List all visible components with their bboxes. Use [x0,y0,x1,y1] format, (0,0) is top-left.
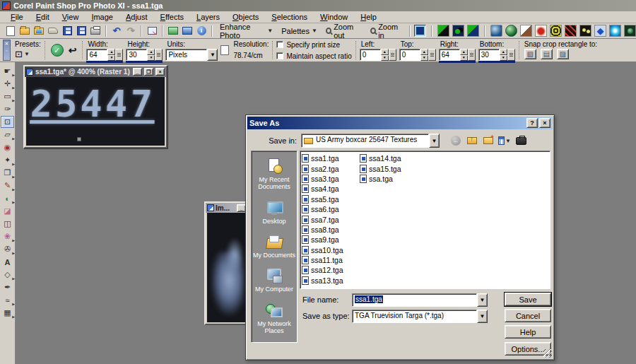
menu-view[interactable]: View [56,11,86,23]
file-list[interactable]: ssa1.tgassa2.tgassa3.tgassa4.tgassa5.tga… [300,151,550,289]
balls-of-steel-icon[interactable] [490,25,502,37]
dialog-titlebar[interactable]: Save As ? × [247,117,553,129]
place-my-network-places[interactable]: My Network Places [252,303,297,335]
menu-window[interactable]: Window [314,11,354,23]
bottom-spin-control[interactable]: 30▲▼ [478,49,515,61]
chevron-down-icon[interactable]: ▼ [24,51,30,57]
tool-preset-shape[interactable]: ◇▶ [1,269,14,281]
lights-icon[interactable] [579,25,591,37]
close-button[interactable]: × [155,68,165,76]
tool-move[interactable]: ✛▶ [1,78,14,90]
tool-makeover[interactable]: ✦▶ [1,154,14,166]
info-icon[interactable]: i [195,25,208,37]
spin-up-icon[interactable]: ▲ [381,49,389,55]
width-spin-control[interactable]: 64▲▼ [86,49,123,61]
tool-crop[interactable]: ⊡ [1,116,14,128]
height-value[interactable]: 30 [126,49,147,61]
file-item[interactable]: ssa6.tga [302,204,360,214]
new-folder-icon[interactable] [482,135,495,146]
menu-adjust[interactable]: Adjust [119,11,154,23]
save-as-icon[interactable] [75,25,88,37]
resize-icon[interactable] [146,25,158,37]
script-play-icon[interactable] [467,25,479,37]
script-record-icon[interactable] [452,25,464,37]
file-item[interactable]: ssa15.tga [360,163,401,173]
bottom-slider-button[interactable] [507,49,515,61]
save-in-dropdown[interactable]: US Army boxcar 25647 Textures ▼ [301,134,440,148]
units-dropdown[interactable]: Pixels ▼ [165,49,218,61]
sunburst-target-icon[interactable] [550,25,562,37]
bottom-spin-buttons[interactable]: ▲▼ [500,49,507,61]
print-icon[interactable] [89,25,102,37]
tool-selection[interactable]: ▭▶ [1,90,14,102]
script-play-green-icon[interactable] [437,25,449,37]
file-item[interactable]: ssa13.tga [302,276,360,286]
app-titlebar[interactable]: Corel Paint Shop Pro Photo XI - ssa1.tga [0,0,636,11]
maximize-button[interactable]: ❐ [144,68,153,76]
redo-icon[interactable]: ↷ [124,25,137,37]
file-item[interactable]: ssa10.tga [302,245,360,255]
menu-image[interactable]: Image [85,11,119,23]
globe-effect-icon[interactable] [505,25,517,37]
help-icon[interactable]: ? [526,118,538,128]
save-as-type-dropdown[interactable]: TGA Truevision Targa (*.tga) ▼ [352,310,488,323]
scan-icon[interactable] [47,25,59,37]
file-name-input[interactable]: ssa1.tga ▼ [352,293,488,307]
chevron-down-icon[interactable]: ▼ [207,49,218,61]
menu-help[interactable]: Help [354,11,383,23]
blue-gem-icon[interactable] [594,25,606,37]
spin-up-icon[interactable]: ▲ [460,49,468,55]
place-desktop[interactable]: Desktop [252,200,297,225]
top-value[interactable]: 0 [399,49,420,61]
width-value[interactable]: 64 [86,49,107,61]
view-menu-icon[interactable]: ▼ [498,135,511,146]
resize-grip[interactable] [543,349,552,358]
tool-red-eye[interactable]: ◉ [1,141,14,153]
zoom-in-button[interactable]: Zoom in [367,25,406,37]
width-slider-button[interactable] [115,49,123,61]
camera-effect-icon[interactable] [624,25,636,37]
tool-warp-brush[interactable]: ≈▶ [1,294,14,306]
snap-layer-opaque-icon[interactable]: ▧ [524,49,536,59]
snap-merged-opaque-icon[interactable]: ▤ [541,49,553,59]
new-image-icon[interactable] [4,25,17,37]
image-window[interactable]: ssa1.tga* @ 400% (Raster 1) _ ❐ × 25447 [23,65,167,148]
tool-pan[interactable]: ☛▶ [1,65,14,77]
preview-icon[interactable] [514,135,527,146]
page-curl-icon[interactable] [520,25,532,37]
tool-picture-tube[interactable]: ❀▶ [1,230,14,242]
background-image-window[interactable]: Im... _ [204,201,249,325]
open-icon[interactable] [18,25,31,37]
clear-crop-button[interactable]: ↩ [69,45,77,56]
file-item[interactable]: ssa7.tga [302,214,360,224]
tool-airbrush[interactable]: ✇▶ [1,243,14,255]
save-icon[interactable] [61,25,73,37]
cancel-button[interactable]: Cancel [505,309,551,322]
file-item[interactable]: ssa4.tga [302,184,360,194]
zoom-preview-icon[interactable] [414,25,426,37]
crop-preset-icon[interactable]: ⊡ [15,49,23,59]
photo-share-icon[interactable] [167,25,179,37]
file-item[interactable]: ssa5.tga [302,194,360,204]
spin-up-icon[interactable]: ▲ [420,49,428,55]
file-item[interactable]: ssa9.tga [302,235,360,245]
spin-down-icon[interactable]: ▼ [381,55,389,61]
palette-grip[interactable]: ✕◦ [3,40,11,61]
spin-down-icon[interactable]: ▼ [147,55,155,61]
tool-dropper[interactable]: ✑ [1,103,14,115]
sparkle-icon[interactable] [609,25,621,37]
left-spin-control[interactable]: 0▲▼ [360,49,396,61]
apply-crop-button[interactable]: ✓ [51,44,64,57]
top-spin-buttons[interactable]: ▲▼ [420,49,428,61]
file-item[interactable]: ssa.tga [360,174,401,184]
tool-clone-brush[interactable]: ❐▶ [1,167,14,179]
spin-down-icon[interactable]: ▼ [107,55,115,61]
width-spin-buttons[interactable]: ▲▼ [107,49,115,61]
file-item[interactable]: ssa12.tga [302,265,360,275]
photo-download-icon[interactable] [181,25,194,37]
tool-color-changer[interactable]: ◐▶ [1,192,14,204]
undo-icon[interactable]: ↶ [110,25,123,37]
place-my-documents[interactable]: My Documents [252,234,297,259]
tool-pen[interactable]: ✒ [1,281,14,293]
left-spin-buttons[interactable]: ▲▼ [381,49,389,61]
